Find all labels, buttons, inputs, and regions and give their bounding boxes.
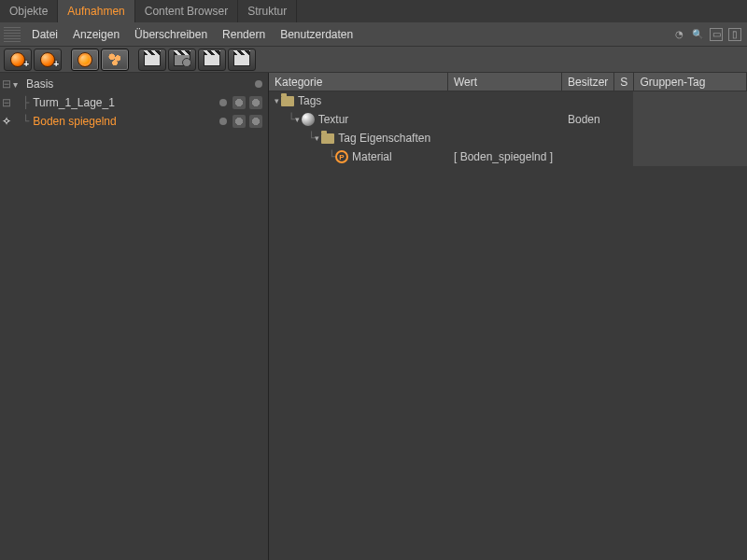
folder-icon (281, 96, 294, 106)
tag-icon[interactable] (233, 115, 246, 128)
clap-gear-button[interactable] (168, 49, 196, 71)
visibility-icon[interactable]: ⊟ (0, 77, 13, 91)
cell-s[interactable] (614, 129, 633, 147)
tree-label[interactable]: Basis (22, 77, 53, 91)
menu-datei[interactable]: Datei (24, 24, 65, 45)
column-headers: Kategorie Wert Besitzer S Gruppen-Tag (269, 73, 747, 91)
tree-row-boden[interactable]: ✧ └ Boden spiegelnd (0, 112, 268, 131)
eye-icon[interactable]: ◔ (672, 28, 685, 41)
row-label: Material (352, 150, 392, 163)
cell-gruppentag[interactable] (633, 91, 747, 110)
cell-gruppentag[interactable] (633, 129, 747, 147)
cell-wert[interactable] (448, 110, 562, 129)
tag-icon[interactable] (249, 115, 262, 128)
tree-connector-icon: ├ (22, 96, 29, 109)
cell-s[interactable] (614, 110, 633, 129)
toolbar-spacer-2 (131, 49, 136, 71)
visibility-icon[interactable]: ⊟ (0, 96, 13, 109)
tab-objekte[interactable]: Objekte (0, 0, 58, 22)
expand-icon[interactable]: ▾ (315, 133, 319, 143)
tab-struktur[interactable]: Struktur (238, 0, 297, 22)
cell-besitzer (562, 91, 614, 110)
cell-wert[interactable] (448, 91, 562, 110)
cell-gruppentag[interactable] (633, 147, 747, 166)
cell-besitzer (562, 129, 614, 147)
attr-row-material[interactable]: └PMaterial [ Boden_spiegelnd ] (269, 147, 747, 166)
tree-connector-icon: └ (275, 150, 335, 163)
menu-ueberschreiben[interactable]: Überschreiben (127, 24, 215, 45)
tag-icon[interactable] (249, 96, 262, 109)
search-icon[interactable]: 🔍 (691, 28, 704, 41)
expand-icon[interactable]: ▾ (275, 96, 279, 105)
toolbar: + + (0, 47, 747, 73)
cell-s[interactable] (614, 91, 633, 110)
take-blobs-button[interactable] (101, 49, 129, 71)
toolbar-spacer (63, 49, 69, 71)
header-wert[interactable]: Wert (448, 73, 562, 91)
layer-dot-icon[interactable] (219, 118, 227, 125)
header-besitzer[interactable]: Besitzer (562, 73, 614, 91)
clap-1-button[interactable] (138, 49, 166, 71)
take-add-2-button[interactable]: + (34, 49, 62, 71)
cell-wert[interactable] (448, 129, 562, 147)
tree-connector-icon: └ (275, 113, 295, 126)
cell-gruppentag[interactable] (633, 110, 747, 129)
header-s[interactable]: S (614, 73, 634, 91)
take-link-button[interactable] (71, 49, 99, 71)
menu-rendern[interactable]: Rendern (215, 24, 273, 45)
tab-bar: Objekte Aufnahmen Content Browser Strukt… (0, 0, 747, 22)
hierarchy-pane: ⊟ ▾ Basis ⊟ ├ Turm_1_Lage_1 ✧ └ Boden sp (0, 73, 269, 560)
tree-label[interactable]: Boden spiegelnd (29, 115, 116, 128)
layer-dot-icon[interactable] (255, 80, 262, 88)
cell-s[interactable] (614, 147, 633, 166)
tag-icons[interactable] (233, 96, 262, 109)
layout-a-icon[interactable]: ▭ (710, 28, 723, 41)
tree-connector-icon: └ (275, 132, 315, 145)
menu-anzeigen[interactable]: Anzeigen (65, 24, 127, 45)
layout-b-icon[interactable]: ▯ (728, 28, 741, 41)
attr-row-tags[interactable]: ▾Tags (269, 91, 747, 110)
tab-content-browser[interactable]: Content Browser (135, 0, 238, 22)
tree-row-basis[interactable]: ⊟ ▾ Basis (0, 75, 268, 93)
cell-besitzer: Boden (562, 110, 614, 129)
attr-row-textur[interactable]: └▾Textur Boden (269, 110, 747, 129)
row-label: Tag Eigenschaften (338, 132, 430, 145)
menu-bar: Datei Anzeigen Überschreiben Rendern Ben… (0, 22, 747, 47)
grip-icon (4, 27, 21, 42)
tag-icons[interactable] (233, 115, 262, 128)
menu-benutzerdaten[interactable]: Benutzerdaten (273, 24, 360, 45)
tab-aufnahmen[interactable]: Aufnahmen (58, 0, 134, 22)
take-add-1-button[interactable]: + (4, 49, 32, 71)
folder-icon (321, 133, 334, 144)
row-label: Textur (318, 113, 349, 126)
tree-row-turm[interactable]: ⊟ ├ Turm_1_Lage_1 (0, 93, 268, 112)
layer-dot-icon[interactable] (219, 99, 227, 106)
texture-icon (302, 113, 315, 126)
hierarchy-tree: ⊟ ▾ Basis ⊟ ├ Turm_1_Lage_1 ✧ └ Boden sp (0, 73, 268, 133)
cell-wert[interactable]: [ Boden_spiegelnd ] (448, 147, 562, 166)
clap-2-button[interactable] (198, 49, 226, 71)
tree-label[interactable]: Turm_1_Lage_1 (29, 96, 115, 109)
parameter-icon: P (335, 150, 348, 163)
expand-icon[interactable]: ▾ (13, 79, 22, 90)
attribute-pane: Kategorie Wert Besitzer S Gruppen-Tag ▾T… (269, 73, 747, 560)
attr-row-tageigenschaften[interactable]: └▾Tag Eigenschaften (269, 129, 747, 147)
clap-3-button[interactable] (228, 49, 256, 71)
tag-icon[interactable] (233, 96, 246, 109)
main-area: ⊟ ▾ Basis ⊟ ├ Turm_1_Lage_1 ✧ └ Boden sp (0, 73, 747, 560)
visibility-icon[interactable]: ✧ (0, 115, 13, 128)
row-label: Tags (298, 94, 321, 107)
expand-icon[interactable]: ▾ (295, 115, 300, 124)
header-gruppentag[interactable]: Gruppen-Tag (634, 73, 747, 91)
header-kategorie[interactable]: Kategorie (269, 73, 448, 91)
cell-besitzer (562, 147, 614, 166)
tree-connector-icon: └ (22, 115, 29, 128)
